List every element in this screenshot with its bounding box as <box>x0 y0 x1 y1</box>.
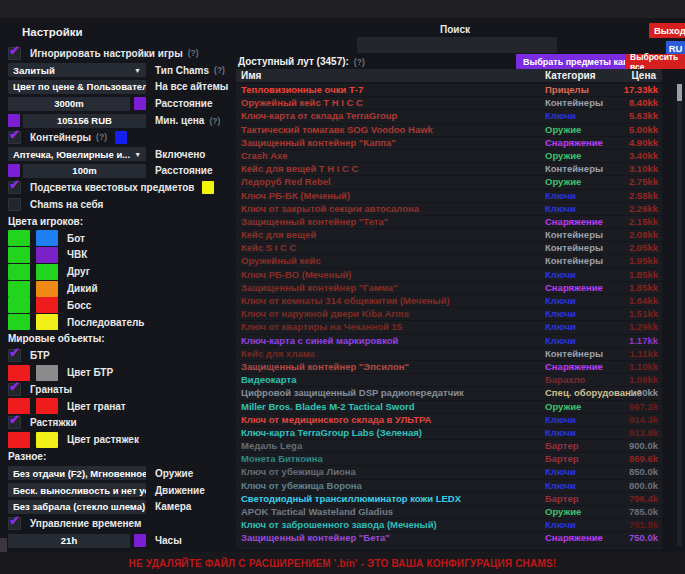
chams-type-dropdown[interactable]: Залитый▼ <box>8 63 146 77</box>
scrollbar-track[interactable] <box>677 84 682 546</box>
loot-row[interactable]: Ключ-карта от склада TerraGroupКлючи5.63… <box>236 110 662 122</box>
loot-row[interactable]: Монета БиткоинаБартер869.6k <box>236 453 662 465</box>
loot-row[interactable]: Оружейный кейсКонтейнеры1.95kk <box>236 255 662 267</box>
loot-row[interactable]: Защищенный контейнер "Каппа"Снаряжение4.… <box>236 137 662 149</box>
movement-dropdown[interactable]: Беск. выносливость и нет уста▼ <box>8 483 146 497</box>
pmc-visible-color-swatch[interactable] <box>8 247 30 263</box>
bot-visible-color-swatch[interactable] <box>8 230 30 246</box>
follower-hidden-color-swatch[interactable] <box>36 314 58 330</box>
boss-hidden-color-swatch[interactable] <box>36 297 58 313</box>
loot-category: Оружие <box>545 506 581 518</box>
grenades-checkbox[interactable]: ✔ <box>8 383 21 396</box>
distance-color-swatch[interactable] <box>134 97 146 110</box>
loot-price: 869.6k <box>629 453 658 465</box>
container-distance-input[interactable]: 100m <box>23 164 146 178</box>
bot-hidden-color-swatch[interactable] <box>36 230 58 246</box>
loot-row[interactable]: Тепловизионные очки Т-7Прицелы17.33kk <box>236 84 662 96</box>
loot-row[interactable]: Ключ от медицинского склада в УЛЬТРАКлюч… <box>236 414 662 426</box>
quest-highlight-checkbox[interactable]: ✔ <box>8 181 21 194</box>
chams-type-selected-value: Залитый <box>13 65 55 76</box>
setting-row-camera: Без забрала (стекло шлема)▼Камера <box>6 499 236 516</box>
setting-row-btr: ✔БТР <box>6 347 236 364</box>
loot-row[interactable]: Защищенный контейнер "Тета"Снаряжение2.1… <box>236 216 662 228</box>
loot-row[interactable]: Ключ РБ-БК (Меченый)Ключи2.58kk <box>236 190 662 202</box>
scav-hidden-color-swatch[interactable] <box>36 281 58 297</box>
containers-color-swatch[interactable] <box>115 131 127 144</box>
ignore-game-settings-checkbox[interactable]: ✔ <box>8 47 21 60</box>
loot-row[interactable]: Ключ от наружной двери Kiba ArmsКлючи1.5… <box>236 308 662 320</box>
loot-row[interactable]: Ледоруб Red RebelОружие2.75kk <box>236 176 662 188</box>
loot-row[interactable]: Ключ от убежища ВоронаКлючи800.0k <box>236 480 662 492</box>
loot-row[interactable]: Кейс для хламаКонтейнеры1.11kk <box>236 348 662 360</box>
time-control-checkbox[interactable]: ✔ <box>8 517 21 530</box>
loot-row[interactable]: Miller Bros. Blades M-2 Tactical SwordОр… <box>236 401 662 413</box>
loot-row[interactable]: Ключ от заброшенного завода (Меченый)Клю… <box>236 519 662 531</box>
setting-row-friend: Друг <box>6 263 236 280</box>
loot-row[interactable]: Ключ-карта с синей маркировкойКлючи1.17k… <box>236 335 662 347</box>
min-price-color-swatch[interactable] <box>8 114 20 127</box>
chams-self-checkbox[interactable] <box>8 198 21 211</box>
containers-filter-label: Включено <box>155 149 205 160</box>
grenades-label: Гранаты <box>30 384 72 395</box>
loot-row[interactable]: Ключ от квартиры на Чеканной 15Ключи1.29… <box>236 321 662 333</box>
loot-row[interactable]: Ключ от комнаты 314 общежития (Меченый)К… <box>236 295 662 307</box>
settings-title: Настройки <box>22 26 236 38</box>
loot-row[interactable]: Ключ от закрытой секции автосалонаКлючи2… <box>236 203 662 215</box>
loot-category: Оружие <box>545 176 581 188</box>
loot-row[interactable]: Цифровой защищенный DSP радиопередатчикС… <box>236 387 662 399</box>
hours-color-swatch[interactable] <box>134 534 146 547</box>
loot-row[interactable]: Ключ от убежища ЛионаКлючи850.0k <box>236 466 662 478</box>
follower-visible-color-swatch[interactable] <box>8 314 30 330</box>
loot-row[interactable]: Оружейный кейс T H I C CКонтейнеры8.40kk <box>236 97 662 109</box>
tripwire-color-visible-color-swatch[interactable] <box>8 432 30 448</box>
check-icon: ✔ <box>9 513 20 528</box>
search-input[interactable] <box>357 37 557 53</box>
camera-selected-value: Без забрала (стекло шлема) <box>13 501 145 512</box>
btr-checkbox[interactable]: ✔ <box>8 349 21 362</box>
pmc-hidden-color-swatch[interactable] <box>36 247 58 263</box>
container-distance-color-swatch[interactable] <box>8 164 20 177</box>
btr-color-hidden-color-swatch[interactable] <box>36 365 58 381</box>
loot-row[interactable]: Кейс для вещей T H I C CКонтейнеры3.10kk <box>236 163 662 175</box>
tripwires-checkbox[interactable]: ✔ <box>8 416 21 429</box>
camera-dropdown[interactable]: Без забрала (стекло шлема)▼ <box>8 500 146 514</box>
setting-row-bot: Бот <box>6 230 236 247</box>
weapon-label: Оружие <box>155 468 193 479</box>
loot-row[interactable]: Crash AxeОружие3.40kk <box>236 150 662 162</box>
loot-row[interactable]: Защищенный контейнер "Эпсилон"Снаряжение… <box>236 361 662 373</box>
loot-row[interactable]: APOK Tactical Wasteland GladiusОружие785… <box>236 506 662 518</box>
min-price-input[interactable]: 105156 RUB <box>23 114 146 128</box>
loot-row[interactable]: Защищенный контейнер "Бета"Снаряжение750… <box>236 532 662 544</box>
loot-row[interactable]: Ключ РБ-ВО (Меченый)Ключи1.85kk <box>236 269 662 281</box>
settings-rows: ✔Игнорировать настройки игры(?)Залитый▼Т… <box>6 45 236 549</box>
containers-checkbox[interactable]: ✔ <box>8 131 21 144</box>
scav-visible-color-swatch[interactable] <box>8 281 30 297</box>
loot-row[interactable]: Медаль LegaБартер900.0k <box>236 440 662 452</box>
loot-category: Ключи <box>545 427 576 439</box>
friend-visible-color-swatch[interactable] <box>8 264 30 280</box>
hours-input[interactable]: 21h <box>8 534 130 548</box>
weapon-dropdown[interactable]: Без отдачи (F2), Мгновенное п▼ <box>8 466 146 480</box>
loot-name: Медаль Lega <box>241 440 302 452</box>
friend-hidden-color-swatch[interactable] <box>36 264 58 280</box>
drop-all-button[interactable]: Выбросить все <box>625 54 685 69</box>
grenade-color-hidden-color-swatch[interactable] <box>36 398 58 414</box>
loot-row[interactable]: Кейс S I C CКонтейнеры2.05kk <box>236 242 662 254</box>
loot-row[interactable]: Кейс для вещейКонтейнеры2.08kk <box>236 229 662 241</box>
exit-button[interactable]: Выход <box>649 23 685 38</box>
boss-visible-color-swatch[interactable] <box>8 297 30 313</box>
chams-self-label: Chams на себя <box>30 199 103 210</box>
all-items-color-dropdown[interactable]: Цвет по цене & Пользователь▼ <box>8 80 146 94</box>
containers-filter-dropdown[interactable]: Аптечка, Ювелирные и...▼ <box>8 147 146 161</box>
loot-row[interactable]: Светодиодный трансиллюминатор кожи LEDXБ… <box>236 493 662 505</box>
loot-row[interactable]: Ключ-карта TerraGroup Labs (Зеленая)Ключ… <box>236 427 662 439</box>
quest-highlight-color-swatch[interactable] <box>202 181 214 194</box>
loot-category: Снаряжение <box>545 137 603 149</box>
loot-table-header: Имя Категория Цена <box>236 69 662 82</box>
loot-row[interactable]: Тактический томагавк SOG Voodoo HawkОруж… <box>236 124 662 136</box>
distance-input[interactable]: 3000m <box>8 97 130 111</box>
tripwire-color-hidden-color-swatch[interactable] <box>36 432 58 448</box>
scrollbar-thumb[interactable] <box>677 84 682 101</box>
loot-row[interactable]: Защищенный контейнер "Гамма"Снаряжение1.… <box>236 282 662 294</box>
loot-row[interactable]: ВидеокартаБарахло1.06kk <box>236 374 662 386</box>
